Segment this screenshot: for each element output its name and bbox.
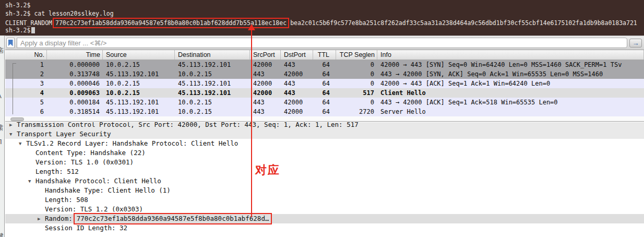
- detail-text: Session ID Length: 32: [45, 223, 127, 233]
- detail-row[interactable]: ▶Random:770c2c73ef1ab58dda9360a94587e5f8…: [5, 214, 644, 223]
- packet-cell: 45.113.192.101: [175, 60, 250, 69]
- packet-cell: 10.0.2.15: [103, 60, 175, 69]
- detail-row[interactable]: Version: TLS 1.0 (0x0301): [5, 158, 644, 167]
- packet-cell: 42000: [281, 98, 313, 107]
- column-header[interactable]: Source: [103, 50, 175, 60]
- annotation-arrowhead-icon: [248, 24, 255, 30]
- splitter-grip[interactable]: [10, 117, 24, 121]
- packet-cell: 64: [313, 107, 336, 116]
- display-filter-input[interactable]: [17, 38, 627, 48]
- packet-cell: Client Hello: [377, 88, 644, 98]
- packet-row[interactable]: 20.31374845.113.192.10110.0.2.1544342000…: [5, 69, 644, 79]
- random-value-highlight: 770c2c73ef1ab58dda9360a94587e5f8b0a80c0b…: [74, 213, 272, 224]
- packet-cell: 2: [5, 69, 47, 79]
- packet-cell: 443 → 42000 [SYN, ACK] Seq=0 Ack=1 Win=6…: [377, 69, 644, 79]
- detail-text: Content Type: Handshake (22): [35, 148, 146, 158]
- column-header[interactable]: TTL: [313, 50, 336, 60]
- bookmark-icon: [8, 40, 13, 46]
- background-window-strip: 恼Λ肃Π」毽: [0, 35, 5, 237]
- column-header[interactable]: Destination: [175, 50, 250, 60]
- terminal-prompt: sh-3.2$: [5, 27, 30, 34]
- packet-cell: 64: [313, 98, 336, 107]
- detail-text: Length: 512: [35, 167, 79, 176]
- packet-cell: 10.0.2.15: [175, 98, 250, 107]
- detail-row[interactable]: Session ID Length: 32: [5, 223, 644, 233]
- packet-cell: 42000: [250, 60, 281, 69]
- packet-cell: 42000: [250, 88, 281, 98]
- packet-cell: 443: [281, 60, 313, 69]
- packet-cell: 42000 → 443 [SYN] Seq=0 Win=64240 Len=0 …: [377, 60, 644, 69]
- packet-cell: 443: [281, 88, 313, 98]
- terminal-line: sh-3.2$: [5, 1, 644, 9]
- column-header[interactable]: Time: [47, 50, 103, 60]
- detail-row[interactable]: Length: 512: [5, 167, 644, 176]
- detail-row[interactable]: ▼Transport Layer Security: [5, 129, 644, 139]
- packet-cell: 42000 → 443 [ACK] Seq=1 Ack=1 Win=64240 …: [377, 79, 644, 88]
- wireshark-window: → No.TimeSourceDestinationSrcPortDstPort…: [5, 35, 644, 237]
- packet-cell: 10.0.2.15: [103, 88, 175, 98]
- terminal-cursor: [31, 27, 35, 33]
- expand-arrow-icon[interactable]: ▼: [28, 176, 35, 186]
- packet-row[interactable]: 10.00000010.0.2.1545.113.192.10142000443…: [5, 60, 644, 69]
- packet-cell: 0: [336, 69, 377, 79]
- packet-cell: 64: [313, 79, 336, 88]
- filter-bookmark-button[interactable]: [6, 38, 15, 48]
- packet-row[interactable]: 50.00018445.113.192.10110.0.2.1544342000…: [5, 98, 644, 107]
- annotation-arrow-line: [251, 29, 252, 217]
- display-filter-bar: →: [5, 35, 644, 50]
- apply-arrow-icon: →: [633, 40, 639, 46]
- packet-row[interactable]: 40.00906310.0.2.1545.113.192.10142000443…: [5, 88, 644, 98]
- detail-row[interactable]: Length: 508: [5, 195, 644, 205]
- detail-row[interactable]: Handshake Type: Client Hello (1): [5, 186, 644, 195]
- packet-row[interactable]: 60.31851445.113.192.10110.0.2.1544342000…: [5, 107, 644, 116]
- detail-text: Transport Layer Security: [17, 129, 111, 139]
- expand-arrow-icon[interactable]: ▼: [9, 129, 17, 139]
- packet-cell: 0.318514: [47, 107, 103, 116]
- packet-cell: 2720: [336, 107, 377, 116]
- packet-cell: 0: [336, 60, 377, 69]
- packet-cell: 45.113.192.101: [175, 79, 250, 88]
- detail-text: Handshake Type: Client Hello (1): [45, 186, 171, 195]
- column-header[interactable]: No.: [5, 50, 47, 60]
- clipped-glyph: 毽: [0, 232, 5, 237]
- packet-cell: 0.313748: [47, 69, 103, 79]
- detail-row[interactable]: ▼Handshake Protocol: Client Hello: [5, 176, 644, 186]
- packet-cell: 64: [313, 88, 336, 98]
- apply-filter-button[interactable]: →: [629, 39, 642, 48]
- packet-cell: 443: [281, 79, 313, 88]
- expand-arrow-icon[interactable]: ▶: [38, 214, 45, 223]
- packet-row[interactable]: 30.00004610.0.2.1545.113.192.10142000443…: [5, 79, 644, 88]
- packet-cell: 42000: [281, 69, 313, 79]
- clipped-glyph: Λ: [0, 92, 5, 100]
- expand-arrow-icon[interactable]: ▼: [19, 139, 26, 148]
- column-header[interactable]: TCP Seglen: [336, 50, 377, 60]
- detail-text: Random:: [45, 214, 73, 223]
- packet-cell: 517: [336, 88, 377, 98]
- packet-cell: 45.113.192.101: [175, 88, 250, 98]
- packet-cell: 443: [250, 98, 281, 107]
- column-header[interactable]: Info: [377, 50, 644, 60]
- annotation-label: 对应: [255, 162, 280, 178]
- detail-text: TLSv1.2 Record Layer: Handshake Protocol…: [26, 139, 238, 148]
- packet-rows: 10.00000010.0.2.1545.113.192.10142000443…: [5, 60, 644, 116]
- packet-cell: 5: [5, 98, 47, 107]
- packet-cell: 443: [250, 107, 281, 116]
- detail-text: Transmission Control Protocol, Src Port:…: [17, 122, 359, 129]
- client-random-label: CLIENT_RANDOM: [5, 19, 52, 27]
- packet-cell: 1: [5, 60, 47, 69]
- packet-cell: 10.0.2.15: [175, 107, 250, 116]
- packet-cell: 42000: [250, 79, 281, 88]
- packet-cell: 0.000000: [47, 60, 103, 69]
- packet-cell: 0.000184: [47, 98, 103, 107]
- packet-cell: Server Hello: [377, 107, 644, 116]
- column-header[interactable]: SrcPort: [250, 50, 281, 60]
- pane-splitter[interactable]: [5, 116, 644, 122]
- detail-row[interactable]: Content Type: Handshake (22): [5, 148, 644, 158]
- clipped-glyph: 恼: [0, 46, 5, 55]
- detail-row[interactable]: ▼TLSv1.2 Record Layer: Handshake Protoco…: [5, 139, 644, 148]
- related-packets-line-icon: [13, 63, 16, 114]
- column-header[interactable]: DstPort: [281, 50, 313, 60]
- packet-cell: 0.000046: [47, 79, 103, 88]
- detail-row[interactable]: ▶Transmission Control Protocol, Src Port…: [5, 122, 644, 129]
- expand-arrow-icon[interactable]: ▶: [9, 122, 17, 129]
